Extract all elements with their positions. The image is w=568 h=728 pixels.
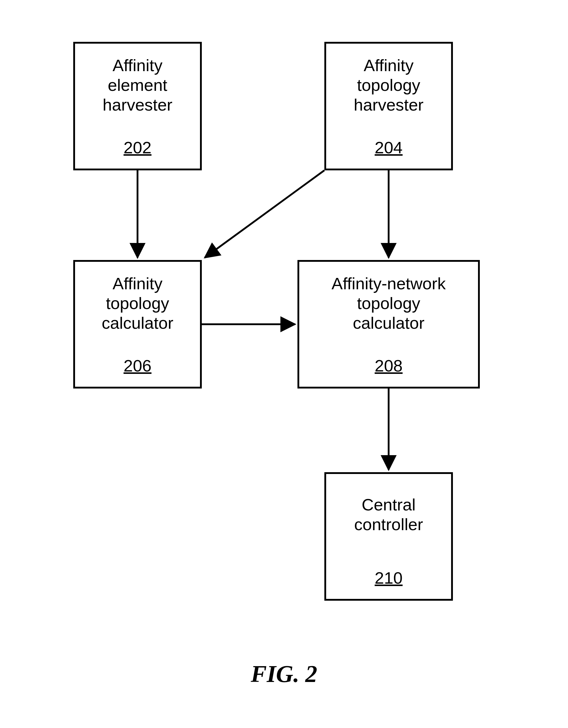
- box-ref-number: 210: [326, 568, 451, 588]
- box-ref-number: 202: [75, 138, 200, 157]
- box-title: Affinity topology harvester: [354, 56, 423, 115]
- box-title: Central controller: [354, 486, 423, 534]
- box-central-controller: Central controller 210: [325, 472, 453, 601]
- box-ref-number: 208: [299, 356, 478, 375]
- box-affinity-element-harvester: Affinity element harvester 202: [73, 42, 202, 170]
- box-title: Affinity topology calculator: [102, 274, 173, 333]
- box-title: Affinity element harvester: [102, 56, 172, 115]
- box-affinity-topology-calculator: Affinity topology calculator 206: [73, 260, 202, 389]
- box-ref-number: 206: [75, 356, 200, 375]
- box-ref-number: 204: [326, 138, 451, 157]
- box-affinity-network-topology-calculator: Affinity-network topology calculator 208: [298, 260, 480, 389]
- diagram-stage: Affinity element harvester 202 Affinity …: [0, 0, 568, 728]
- arrow-204-to-206: [205, 170, 325, 258]
- box-title: Affinity-network topology calculator: [332, 274, 446, 333]
- figure-caption: FIG. 2: [0, 660, 568, 688]
- box-affinity-topology-harvester: Affinity topology harvester 204: [325, 42, 453, 170]
